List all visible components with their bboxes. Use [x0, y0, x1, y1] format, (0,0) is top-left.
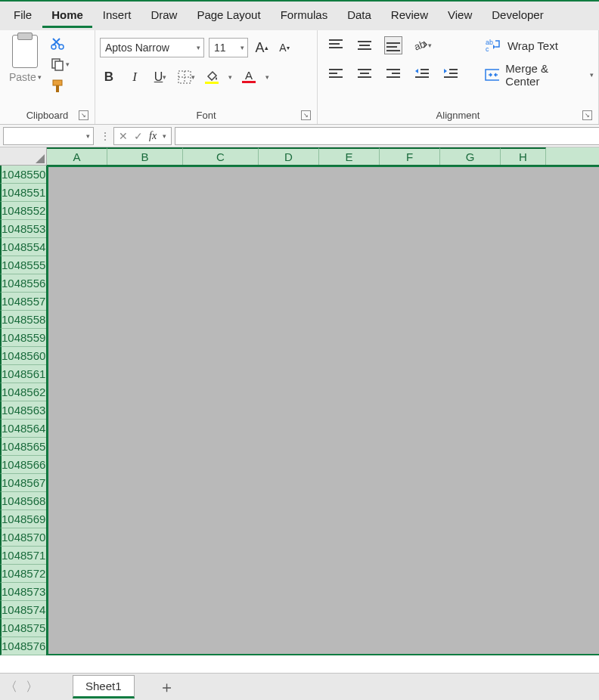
alignment-dialog-launcher[interactable]: ↘	[582, 110, 592, 120]
svg-rect-4	[53, 80, 62, 85]
increase-font-button[interactable]: A▴	[253, 39, 271, 57]
row-header[interactable]: 1048562	[0, 383, 46, 401]
row-header[interactable]: 1048575	[0, 619, 46, 637]
worksheet-grid[interactable]: ABCDEFGH 1048550104855110485521048553104…	[0, 147, 599, 655]
tab-page-layout[interactable]: Page Layout	[188, 4, 269, 28]
row-header[interactable]: 1048565	[0, 438, 46, 456]
group-clipboard: Paste ▾ ▾ Clipboard ↘	[0, 30, 95, 124]
chevron-down-icon: ▾	[194, 44, 200, 51]
orientation-button[interactable]: ab▾	[413, 36, 432, 54]
tab-data[interactable]: Data	[338, 4, 380, 28]
tab-home[interactable]: Home	[42, 4, 92, 28]
row-header[interactable]: 1048574	[0, 601, 46, 619]
select-all-corner[interactable]	[0, 147, 47, 166]
clipboard-dialog-launcher[interactable]: ↘	[79, 110, 88, 120]
row-header[interactable]: 1048563	[0, 401, 46, 420]
row-header[interactable]: 1048569	[0, 510, 46, 528]
column-header[interactable]: A	[47, 147, 107, 165]
cut-button[interactable]	[51, 36, 70, 50]
fill-color-button[interactable]	[203, 68, 221, 86]
ribbon-tabs: FileHomeInsertDrawPage LayoutFormulasDat…	[0, 2, 599, 30]
align-center-button[interactable]	[355, 65, 374, 83]
enter-formula-button[interactable]: ✓	[134, 130, 143, 142]
insert-function-button[interactable]: fx	[149, 130, 157, 142]
paste-icon[interactable]	[12, 35, 38, 68]
align-left-button[interactable]	[327, 65, 345, 83]
row-header[interactable]: 1048572	[0, 565, 46, 583]
increase-indent-icon	[442, 67, 459, 81]
paste-button[interactable]: Paste ▾	[9, 71, 42, 83]
tab-file[interactable]: File	[5, 4, 41, 28]
row-header[interactable]: 1048561	[0, 365, 46, 383]
row-header[interactable]: 1048573	[0, 583, 46, 601]
column-header[interactable]: H	[501, 147, 546, 165]
tab-review[interactable]: Review	[382, 4, 437, 28]
chevron-down-icon[interactable]: ▾	[228, 73, 232, 81]
chevron-down-icon[interactable]: ▾	[265, 73, 269, 81]
column-header[interactable]: G	[440, 147, 501, 165]
scroll-sheets-right[interactable]: 〉	[21, 678, 42, 695]
row-header[interactable]: 1048554	[0, 238, 46, 256]
scroll-sheets-left[interactable]: 〈	[0, 678, 21, 695]
row-header[interactable]: 1048560	[0, 347, 46, 365]
add-sheet-button[interactable]: ＋	[159, 677, 175, 698]
copy-button[interactable]: ▾	[51, 57, 70, 71]
row-header[interactable]: 1048556	[0, 274, 46, 293]
row-header[interactable]: 1048570	[0, 528, 46, 547]
font-color-button[interactable]: A	[240, 68, 258, 86]
cancel-formula-button[interactable]: ✕	[119, 130, 128, 142]
row-header[interactable]: 1048568	[0, 492, 46, 510]
tab-developer[interactable]: Developer	[483, 4, 552, 28]
format-painter-button[interactable]	[51, 79, 70, 94]
column-header[interactable]: D	[259, 147, 319, 165]
align-bottom-button[interactable]	[384, 36, 402, 54]
font-dialog-launcher[interactable]: ↘	[301, 110, 311, 120]
align-middle-button[interactable]	[355, 36, 374, 54]
row-header[interactable]: 1048555	[0, 256, 46, 274]
row-header[interactable]: 1048559	[0, 329, 46, 347]
name-box[interactable]: ▾	[3, 127, 94, 145]
bold-button[interactable]: B	[100, 68, 118, 86]
row-headers[interactable]: 1048550104855110485521048553104855410485…	[0, 166, 47, 655]
cells-area[interactable]	[47, 166, 599, 655]
font-size-select[interactable]: 11 ▾	[209, 38, 248, 57]
tab-view[interactable]: View	[439, 4, 481, 28]
column-header[interactable]: F	[380, 147, 440, 165]
tab-draw[interactable]: Draw	[141, 4, 186, 28]
tab-insert[interactable]: Insert	[94, 4, 141, 28]
column-header[interactable]: C	[183, 147, 259, 165]
row-header[interactable]: 1048567	[0, 474, 46, 492]
fill-color-bar	[205, 82, 219, 84]
row-header[interactable]: 1048576	[0, 637, 46, 655]
underline-button[interactable]: U▾	[151, 68, 169, 86]
row-header[interactable]: 1048550	[0, 166, 46, 184]
row-header[interactable]: 1048558	[0, 311, 46, 329]
row-header[interactable]: 1048571	[0, 547, 46, 565]
row-header[interactable]: 1048557	[0, 293, 46, 311]
tab-formulas[interactable]: Formulas	[272, 4, 337, 28]
group-font: Aptos Narrow ▾ 11 ▾ A▴ A▾ B I U▾ ▾	[95, 30, 318, 124]
row-header[interactable]: 1048551	[0, 184, 46, 202]
decrease-indent-button[interactable]	[413, 65, 431, 83]
group-label-clipboard: Clipboard	[26, 110, 69, 121]
decrease-font-button[interactable]: A▾	[275, 39, 293, 57]
bucket-icon	[205, 70, 219, 81]
row-header[interactable]: 1048553	[0, 220, 46, 238]
row-header[interactable]: 1048566	[0, 456, 46, 474]
increase-indent-button[interactable]	[442, 65, 460, 83]
borders-button[interactable]: ▾	[177, 68, 195, 86]
column-header[interactable]: B	[107, 147, 183, 165]
align-left-icon	[327, 67, 344, 81]
font-name-select[interactable]: Aptos Narrow ▾	[100, 38, 204, 57]
align-right-button[interactable]	[384, 65, 402, 83]
merge-center-button[interactable]: Merge & Center ▾	[485, 62, 594, 88]
sheet-tab-active[interactable]: Sheet1	[73, 675, 135, 698]
column-headers[interactable]: ABCDEFGH	[47, 147, 599, 166]
italic-button[interactable]: I	[126, 68, 144, 86]
column-header[interactable]: E	[319, 147, 380, 165]
row-header[interactable]: 1048552	[0, 202, 46, 220]
formula-input[interactable]	[175, 127, 599, 145]
wrap-text-button[interactable]: abc Wrap Text	[485, 38, 594, 53]
align-top-button[interactable]	[327, 36, 345, 54]
row-header[interactable]: 1048564	[0, 420, 46, 438]
